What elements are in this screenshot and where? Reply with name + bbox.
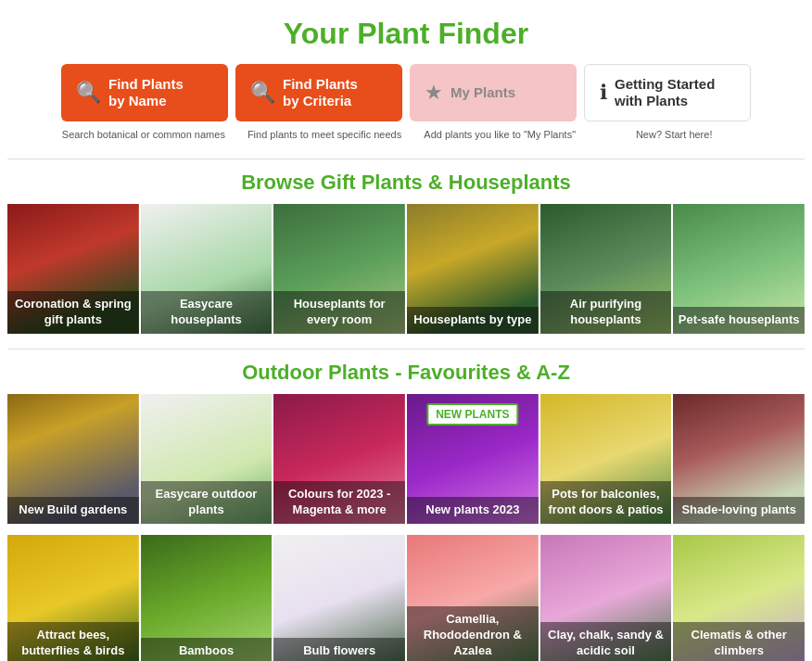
grid-item-clematis[interactable]: Clematis & other climbers (673, 535, 805, 661)
getting-started-button[interactable]: ℹ Getting Startedwith Plants (584, 64, 751, 121)
outdoor-grid: New Build gardens Easycare outdoor plant… (0, 394, 812, 535)
camellia-label: Camellia, Rhododendron & Azalea (407, 606, 539, 661)
new-plants-badge: NEW PLANTS (426, 403, 518, 426)
air-purifying-label: Air purifying houseplants (540, 291, 672, 334)
grid-item-pet-safe[interactable]: Pet-safe houseplants (673, 204, 805, 334)
bamboos-label: Bamboos (141, 638, 273, 661)
shade-label: Shade-loving plants (673, 497, 805, 524)
section-title-outdoor: Outdoor Plants - Favourites & A-Z (0, 350, 812, 394)
my-plants-subtext: Add plants you like to "My Plants" (416, 129, 583, 140)
page-title: Your Plant Finder (0, 0, 812, 64)
easycare-out-label: Easycare outdoor plants (141, 481, 273, 524)
getting-started-title: Getting Startedwith Plants (615, 76, 715, 109)
nav-buttons: 🔍 Find Plantsby Name 🔍 Find Plantsby Cri… (0, 64, 812, 129)
grid-item-new-plants[interactable]: NEW PLANTS New plants 2023 (407, 394, 539, 524)
pet-safe-label: Pet-safe houseplants (673, 307, 805, 334)
grid-item-camellia[interactable]: Camellia, Rhododendron & Azalea (407, 535, 539, 661)
my-plants-button[interactable]: ★ My Plants (410, 64, 577, 121)
getting-started-subtext: New? Start here! (590, 129, 757, 140)
attract-label: Attract bees, butterflies & birds (7, 622, 139, 661)
grid-item-colours2023[interactable]: Colours for 2023 - Magenta & more (273, 394, 405, 524)
coronation-label: Coronation & spring gift plants (7, 291, 139, 334)
star-icon: ★ (425, 81, 443, 105)
grid-item-houseplants-room[interactable]: Houseplants for every room (273, 204, 405, 334)
houseplants-grid: Coronation & spring gift plants Easycare… (0, 204, 812, 345)
find-by-criteria-subtext: Find plants to meet specific needs (240, 129, 409, 140)
pots-label: Pots for balconies, front doors & patios (540, 481, 672, 524)
search-icon-2: 🔍 (250, 81, 275, 105)
clay-label: Clay, chalk, sandy & acidic soil (540, 622, 672, 661)
clematis-label: Clematis & other climbers (673, 622, 805, 661)
section-title-houseplants: Browse Gift Plants & Houseplants (0, 159, 812, 204)
grid-item-houseplants-type[interactable]: Houseplants by type (407, 204, 539, 334)
my-plants-title: My Plants (450, 84, 515, 101)
grid-item-clay[interactable]: Clay, chalk, sandy & acidic soil (540, 535, 672, 661)
grid-item-easycare-hp[interactable]: Easycare houseplants (141, 204, 273, 334)
find-by-criteria-title: Find Plantsby Criteria (283, 76, 358, 109)
info-icon: ℹ (600, 81, 607, 105)
find-by-name-subtext: Search botanical or common names (55, 129, 233, 140)
search-icon-1: 🔍 (76, 81, 101, 105)
grid-item-attract[interactable]: Attract bees, butterflies & birds (7, 535, 139, 661)
grid-item-bulb[interactable]: Bulb flowers (273, 535, 405, 661)
houseplants-room-label: Houseplants for every room (273, 291, 405, 334)
grid-item-air-purifying[interactable]: Air purifying houseplants (540, 204, 672, 334)
easycare-hp-label: Easycare houseplants (141, 291, 273, 334)
find-by-name-button[interactable]: 🔍 Find Plantsby Name (61, 64, 228, 121)
find-by-name-title: Find Plantsby Name (108, 76, 184, 109)
grid-item-pots[interactable]: Pots for balconies, front doors & patios (540, 394, 672, 524)
grid-item-new-build[interactable]: New Build gardens (7, 394, 139, 524)
new-plants-label: New plants 2023 (407, 497, 539, 524)
grid-item-bamboos[interactable]: Bamboos (141, 535, 273, 661)
bulb-label: Bulb flowers (273, 638, 405, 661)
grid-item-easycare-out[interactable]: Easycare outdoor plants (141, 394, 273, 524)
houseplants-type-label: Houseplants by type (407, 307, 539, 334)
colours2023-label: Colours for 2023 - Magenta & more (273, 481, 405, 524)
find-by-criteria-button[interactable]: 🔍 Find Plantsby Criteria (235, 64, 402, 121)
new-build-label: New Build gardens (7, 497, 139, 524)
grid-item-coronation[interactable]: Coronation & spring gift plants (7, 204, 139, 334)
outdoor-grid-2: Attract bees, butterflies & birds Bamboo… (0, 535, 812, 661)
grid-item-shade[interactable]: Shade-loving plants (673, 394, 805, 524)
nav-subtexts: Search botanical or common names Find pl… (0, 129, 812, 155)
